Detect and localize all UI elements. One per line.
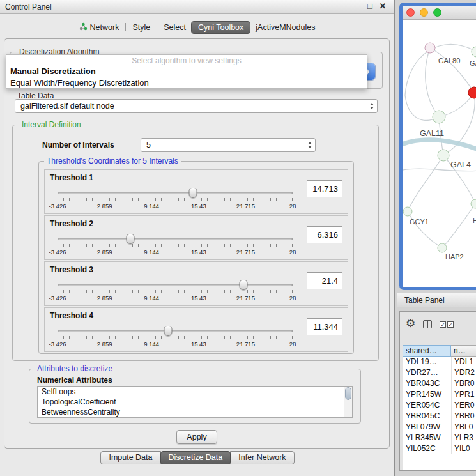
node[interactable] [425,43,435,53]
network-window-titlebar[interactable] [403,6,476,20]
table-row[interactable]: YLR345WYLR3 [403,433,476,443]
tab-impute-data[interactable]: Impute Data [100,451,160,464]
zoom-window-icon[interactable] [433,8,441,17]
tab-label: Select [164,23,186,32]
list-item[interactable]: BetweennessCentrality [38,407,352,417]
tab-select[interactable]: Select [158,22,191,33]
table-row[interactable]: YDL19…YDL1 [403,357,476,367]
number-of-intervals-value: 5 [146,141,151,150]
table-panel-window: ⚙ ✓ ✓ shared… n… YDL19…YDL1 YDR27…YDR2 Y… [399,311,476,471]
table-row[interactable]: YBL079WYBL0 [403,422,476,433]
table-panel-title: Table Panel [404,296,445,305]
slider-track[interactable] [58,284,293,286]
checkbox-icon[interactable]: ✓ [447,321,454,328]
slider-tick-labels: -3.426 2.859 9.144 15.43 21.715 28 [58,249,293,256]
threshold-block: Threshold 1 -3.426 2.859 9.144 15.43 [44,169,348,214]
table-data-combobox[interactable]: galFiltered.sif default node [15,99,378,113]
list-item[interactable]: SelfLoops [38,387,352,397]
node-label: GAL80 [438,57,460,65]
close-icon[interactable]: ✕ [378,1,388,11]
threshold-block: Threshold 3 -3.426 2.859 9.144 15.43 [44,261,348,306]
close-window-icon[interactable] [406,8,415,17]
attributes-list[interactable]: SelfLoops TopologicalCoefficient Between… [37,386,353,418]
network-view-window: GAL80 GA GAL11 GAL4 GCY1 H HAP2 [399,3,476,290]
node[interactable] [438,243,447,252]
table-row[interactable]: YER054CYER0 [403,400,476,411]
threshold-value-field[interactable]: 21.4 [307,272,342,289]
slider-track[interactable] [58,192,293,194]
threshold-label: Threshold 3 [50,265,93,274]
table-row[interactable]: YBR043CYBR0 [403,378,476,389]
cyni-toolbox-panel: Discretization Algorithm Select algorith… [4,38,390,449]
group-title: Threshold's Coordinates for 5 Intervals [44,157,181,165]
network-graph: GAL80 GA GAL11 GAL4 GCY1 H HAP2 [403,20,476,287]
node-label: GAL11 [420,129,444,138]
stepper-arrows-icon [308,142,312,148]
dropdown-placeholder: Select algorithm to view settings [6,56,367,65]
threshold-slider[interactable] [58,192,293,196]
slider-ticks [58,336,293,339]
screen: Control Panel □ ✕ Network [0,0,476,476]
slider-track[interactable] [58,330,293,332]
number-of-intervals-label: Number of Intervals [42,141,114,150]
slider-thumb[interactable] [189,188,197,198]
slider-thumb[interactable] [127,234,135,244]
column-header-shared-name[interactable]: shared… [403,345,451,357]
network-canvas[interactable]: GAL80 GA GAL11 GAL4 GCY1 H HAP2 [403,20,476,287]
tab-label: Network [90,23,119,32]
node-label: GCY1 [410,218,429,226]
dropdown-option-equal-width[interactable]: Equal Width/Frequency Discretization [10,78,367,88]
restore-icon[interactable]: □ [365,1,375,11]
slider-track[interactable] [58,238,293,240]
node[interactable] [433,111,445,123]
table-row[interactable]: YDR27…YDR2 [403,367,476,378]
tab-jactivemnodules[interactable]: jActiveMNodules [250,22,320,33]
tab-label: Style [132,23,150,32]
selected-node[interactable] [468,87,476,98]
tab-infer-network[interactable]: Infer Network [230,451,294,464]
tab-network[interactable]: Network [74,21,125,34]
table-toolbar: ⚙ ✓ ✓ [400,312,476,340]
list-item[interactable]: TopologicalCoefficient [38,397,352,407]
threshold-slider[interactable] [58,238,293,242]
node[interactable] [403,207,412,216]
numerical-attributes-label: Numerical Attributes [37,376,112,385]
gear-icon[interactable]: ⚙ [406,317,415,330]
list-scrollbar[interactable] [344,387,352,417]
node[interactable] [472,47,476,57]
node[interactable] [471,199,476,208]
minimize-window-icon[interactable] [420,8,428,17]
tab-separator [157,23,157,31]
scrollbar-thumb[interactable] [345,387,351,400]
table-row[interactable]: YBR045CYBR0 [403,411,476,422]
checkbox-icon[interactable]: ✓ [440,321,446,328]
tab-discretize-data[interactable]: Discretize Data [160,451,231,464]
table-body[interactable]: YDL19…YDL1 YDR27…YDR2 YBR043CYBR0 YPR145… [403,357,476,470]
table-header-row: shared… n… [403,345,476,357]
column-header-name[interactable]: n… [451,345,476,357]
slider-thumb[interactable] [164,326,172,336]
threshold-value-field[interactable]: 6.316 [307,226,342,243]
tab-style[interactable]: Style [127,22,155,33]
apply-button[interactable]: Apply [176,430,217,444]
threshold-slider[interactable] [58,330,293,334]
threshold-value-field[interactable]: 14.713 [307,180,342,197]
threshold-label: Threshold 4 [50,311,93,320]
table-row[interactable]: YIL052CYIL0 [403,443,476,454]
threshold-stack: Threshold 1 -3.426 2.859 9.144 15.43 [44,169,348,352]
table-row[interactable]: YPR145WYPR1 [403,389,476,400]
tab-cyni-toolbox[interactable]: Cyni Toolbox [191,21,250,34]
threshold-value-field[interactable]: 11.344 [307,318,342,335]
control-panel-titlebar[interactable]: Control Panel □ ✕ [0,0,394,14]
slider-thumb[interactable] [239,280,247,290]
dropdown-option-manual[interactable]: Manual Discretization [10,66,367,76]
highlighted-edge[interactable] [403,140,476,150]
node[interactable] [438,150,449,161]
threshold-slider[interactable] [58,284,293,288]
number-of-intervals-combobox[interactable]: 5 [141,138,316,152]
node-label: HAP2 [445,253,464,261]
columns-icon[interactable] [423,320,432,328]
table-panel-header[interactable]: Table Panel [397,293,476,307]
attributes-group: Attributes to discretize Numerical Attri… [29,369,361,424]
threshold-label: Threshold 1 [50,173,93,182]
